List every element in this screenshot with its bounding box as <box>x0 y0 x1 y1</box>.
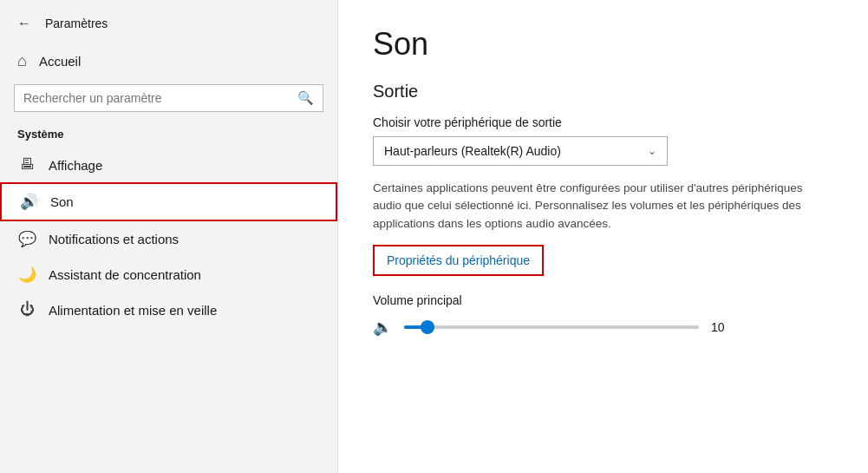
nav-label-affichage: Affichage <box>49 158 102 173</box>
nav-label-notifications: Notifications et actions <box>49 232 179 246</box>
display-icon: 🖶 <box>17 156 36 174</box>
sound-icon: 🔊 <box>19 193 38 211</box>
nav-label-son: Son <box>50 194 74 209</box>
search-button[interactable]: 🔍 <box>297 90 314 106</box>
page-title: Son <box>373 26 833 62</box>
volume-slider-track[interactable] <box>404 325 699 329</box>
search-input[interactable] <box>23 91 290 105</box>
accueil-label: Accueil <box>39 54 81 69</box>
sidebar-item-alimentation[interactable]: ⏻ Alimentation et mise en veille <box>0 292 337 327</box>
sidebar-item-concentration[interactable]: 🌙 Assistant de concentration <box>0 257 337 292</box>
chevron-down-icon: ⌄ <box>648 145 656 157</box>
home-icon: ⌂ <box>17 52 27 70</box>
power-icon: ⏻ <box>17 301 36 319</box>
sidebar: ← Paramètres ⌂ Accueil 🔍 Système 🖶 Affic… <box>0 0 338 473</box>
device-dropdown-value: Haut-parleurs (Realtek(R) Audio) <box>384 144 561 158</box>
system-section-title: Système <box>0 122 337 148</box>
volume-value: 10 <box>711 320 737 334</box>
device-props-link[interactable]: Propriétés du périphérique <box>373 245 544 276</box>
sidebar-item-son[interactable]: 🔊 Son <box>0 182 337 221</box>
concentration-icon: 🌙 <box>17 266 36 284</box>
accueil-item[interactable]: ⌂ Accueil <box>0 43 337 79</box>
sidebar-item-affichage[interactable]: 🖶 Affichage <box>0 148 337 182</box>
volume-label: Volume principal <box>373 293 833 307</box>
volume-row: 🔈 10 <box>373 318 833 337</box>
nav-label-alimentation: Alimentation et mise en veille <box>49 303 217 318</box>
back-button[interactable]: ← <box>14 12 35 35</box>
search-icon: 🔍 <box>297 90 314 105</box>
device-dropdown[interactable]: Haut-parleurs (Realtek(R) Audio) ⌄ <box>373 136 668 166</box>
nav-label-concentration: Assistant de concentration <box>49 267 201 282</box>
back-arrow-icon: ← <box>17 16 31 31</box>
sidebar-header: ← Paramètres <box>0 0 337 43</box>
sidebar-title: Paramètres <box>45 16 108 30</box>
main-content: Son Sortie Choisir votre périphérique de… <box>338 0 868 473</box>
device-label: Choisir votre périphérique de sortie <box>373 115 833 129</box>
info-text: Certaines applications peuvent être conf… <box>373 180 824 233</box>
sidebar-item-notifications[interactable]: 💬 Notifications et actions <box>0 221 337 257</box>
volume-icon: 🔈 <box>373 318 392 337</box>
volume-slider-thumb[interactable] <box>421 320 434 334</box>
search-box: 🔍 <box>14 84 323 112</box>
notifications-icon: 💬 <box>17 230 36 248</box>
sortie-heading: Sortie <box>373 82 833 102</box>
